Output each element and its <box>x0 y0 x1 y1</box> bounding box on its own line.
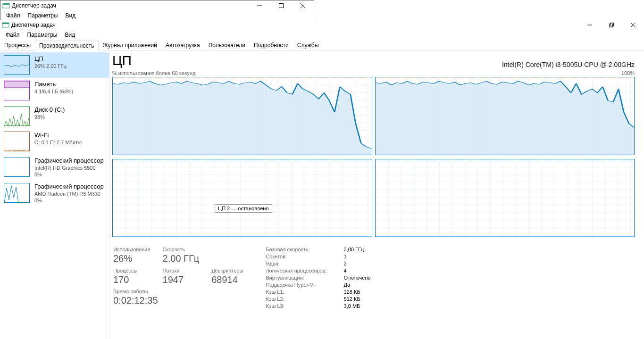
stat-label-0: Базовая скорость: <box>266 247 326 252</box>
sidebar-item-sub: Intel(R) HD Graphics 5500 <box>34 165 105 171</box>
svg-rect-3 <box>279 4 284 8</box>
sidebar-item-sub: AMD Radeon (TM) R5 M330 <box>34 191 105 197</box>
chart-label-right: 100% <box>621 70 635 76</box>
tab-bar: Процессы Производительность Журнал прило… <box>0 40 644 50</box>
sidebar-item-2[interactable]: Диск 0 (C:) 98% <box>0 103 109 129</box>
uptime-value: 0:02:12:35 <box>113 295 243 306</box>
sidebar-item-1[interactable]: Память 4,1/6,4 ГБ (64%) <box>0 78 109 103</box>
sidebar-item-title: Графический процессор 1 <box>34 183 105 190</box>
sidebar-item-sub: О: 0,1 П: 2,7 Мбит/с <box>34 140 82 145</box>
sidebar-item-sub2: 0% <box>34 172 105 177</box>
sidebar-item-5[interactable]: Графический процессор 1 AMD Radeon (TM) … <box>0 180 109 206</box>
maximize-button[interactable] <box>601 20 622 30</box>
svg-rect-9 <box>610 24 613 27</box>
tab-users[interactable]: Пользователи <box>204 40 250 50</box>
stat-value-4: Отключено <box>344 275 371 281</box>
back-titlebar: Диспетчер задач <box>0 0 314 11</box>
speed-label: Скорость <box>163 247 200 252</box>
chart-cpu1 <box>375 77 635 155</box>
handles-value: 68914 <box>211 274 243 285</box>
sidebar-item-title: Память <box>34 81 73 88</box>
stat-label-4: Виртуализация: <box>266 275 326 281</box>
sidebar-mini-chart <box>4 55 30 75</box>
menu-view[interactable]: Вид <box>61 31 79 39</box>
stat-value-2: 2 <box>344 261 371 266</box>
page-title: ЦП <box>112 53 132 68</box>
task-manager-window: Диспетчер задач Файл Параметры Вид Проце… <box>0 20 644 339</box>
menu-options[interactable]: Параметры <box>24 31 61 39</box>
svg-rect-1 <box>3 3 9 5</box>
sidebar-item-sub: 26% 2,00 ГГц <box>34 63 67 69</box>
processes-label: Процессы <box>113 268 151 273</box>
usage-value: 26% <box>113 253 151 264</box>
menubar: Файл Параметры Вид <box>0 30 644 40</box>
main-panel: ЦП Intel(R) Core(TM) i3-5005U CPU @ 2.00… <box>109 50 644 339</box>
stat-label-2: Ядра: <box>266 261 326 266</box>
tab-processes[interactable]: Процессы <box>0 40 35 50</box>
sidebar-mini-chart <box>4 106 30 126</box>
sidebar-mini-chart <box>4 81 30 100</box>
sidebar-item-title: Диск 0 (C:) <box>34 106 65 113</box>
processes-value: 170 <box>113 274 151 285</box>
stat-label-8: Кэш L3: <box>266 303 326 309</box>
close-button[interactable] <box>622 20 644 30</box>
chart-cpu0 <box>112 77 372 155</box>
sidebar-mini-chart <box>4 157 30 177</box>
sidebar-mini-chart <box>4 132 30 151</box>
back-title: Диспетчер задач <box>12 2 56 9</box>
stat-value-7: 512 КБ <box>344 296 371 302</box>
svg-rect-7 <box>2 23 9 24</box>
app-icon <box>2 2 10 9</box>
chart-label-left: % использования более 60 секунд <box>112 70 195 76</box>
back-menu-file[interactable]: Файл <box>2 11 24 20</box>
tab-app-history[interactable]: Журнал приложений <box>99 40 161 50</box>
sidebar-item-title: Графический процессор 0 <box>34 157 105 164</box>
back-menu-options[interactable]: Параметры <box>24 11 62 20</box>
sidebar: ЦП 26% 2,00 ГГц Память 4,1/6,4 ГБ (64%) … <box>0 50 109 339</box>
back-maximize-button[interactable] <box>270 0 292 11</box>
threads-value: 1947 <box>163 274 200 285</box>
stat-value-1: 1 <box>344 254 371 259</box>
uptime-label: Время работы <box>113 289 243 294</box>
minimize-button[interactable] <box>579 20 601 30</box>
stats-left: Использование 26% Скорость 2,00 ГГц Проц… <box>113 247 243 309</box>
handles-label: Дескрипторы <box>211 268 243 273</box>
stat-value-0: 2,00 ГГц <box>344 247 371 252</box>
back-minimize-button[interactable] <box>249 0 270 11</box>
tab-details[interactable]: Подробности <box>250 40 293 50</box>
speed-value: 2,00 ГГц <box>163 253 200 264</box>
cpu-name: Intel(R) Core(TM) i3-5005U CPU @ 2.00GHz <box>502 61 635 68</box>
usage-label: Использование <box>113 247 151 252</box>
chart-tooltip: ЦП 2 — остановлено <box>215 204 272 213</box>
stat-value-6: 128 КБ <box>344 289 371 295</box>
sidebar-item-title: ЦП <box>34 55 67 62</box>
sidebar-mini-chart <box>4 183 30 203</box>
sidebar-item-sub: 98% <box>34 114 65 120</box>
back-close-button[interactable] <box>292 0 314 11</box>
tab-services[interactable]: Службы <box>293 40 323 50</box>
sidebar-item-3[interactable]: Wi-Fi О: 0,1 П: 2,7 Мбит/с <box>0 129 109 154</box>
sidebar-item-0[interactable]: ЦП 26% 2,00 ГГц <box>0 52 109 78</box>
svg-rect-10 <box>611 23 614 26</box>
stat-label-5: Поддержка Hyper-V: <box>266 282 326 288</box>
stat-label-3: Логических процессоров: <box>266 268 326 273</box>
tab-performance[interactable]: Производительность <box>35 41 98 50</box>
sidebar-item-4[interactable]: Графический процессор 0 Intel(R) HD Grap… <box>0 154 109 180</box>
sidebar-item-sub: 4,1/6,4 ГБ (64%) <box>34 89 73 94</box>
stats-right: Базовая скорость:2,00 ГГцСокетов:1Ядра:2… <box>266 247 370 309</box>
chart-cpu3 <box>375 159 635 237</box>
sidebar-item-sub2: 0% <box>34 198 105 203</box>
stat-value-3: 4 <box>344 268 371 273</box>
tab-startup[interactable]: Автозагрузка <box>161 40 204 50</box>
titlebar: Диспетчер задач <box>0 20 644 30</box>
stat-value-8: 3,0 МБ <box>344 303 371 309</box>
stat-label-6: Кэш L1: <box>266 289 326 295</box>
stat-label-7: Кэш L2: <box>266 296 326 302</box>
background-window: Диспетчер задач Файл Параметры Вид <box>0 0 314 21</box>
menu-file[interactable]: Файл <box>2 31 24 39</box>
back-menu-view[interactable]: Вид <box>61 11 79 20</box>
stat-value-5: Да <box>344 282 371 288</box>
app-icon <box>2 21 9 29</box>
stat-label-1: Сокетов: <box>266 254 326 259</box>
window-title: Диспетчер задач <box>11 22 56 28</box>
